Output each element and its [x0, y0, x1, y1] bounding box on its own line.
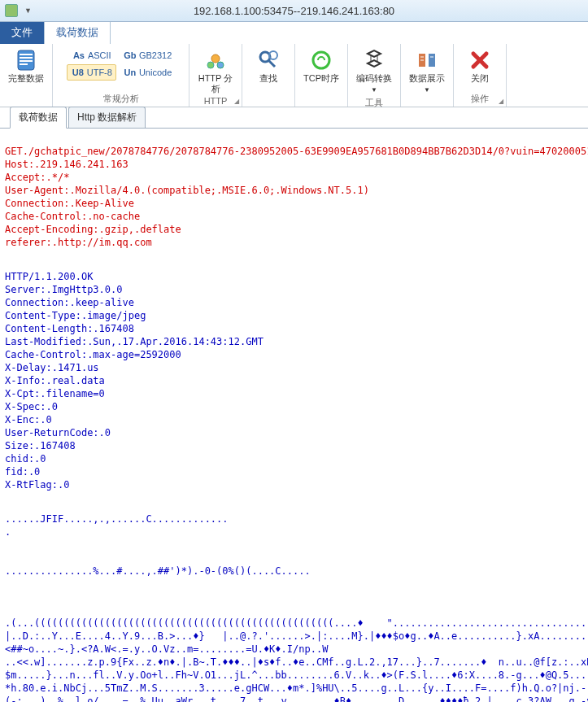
close-label: 关闭 — [471, 73, 489, 84]
response-line-4: Content-Type:.image/jpeg — [5, 310, 146, 321]
doc-tab-payload[interactable]: 载荷数据 — [10, 107, 67, 129]
ascii-label: ASCII — [88, 50, 111, 60]
body-line-12: ..<<.w].......z.p.9{Fx..z.♦n♦.|.B~.T.♦♦♦… — [5, 656, 588, 668]
utf8-button[interactable]: U8UTF-8 — [67, 64, 116, 81]
body-line-13: $m.....}...n...fl..V.y.Oo+l..Fh~V.O1...j… — [5, 669, 588, 681]
unicode-button[interactable]: UnUnicode — [120, 64, 175, 81]
dropdown-icon: ▼ — [424, 86, 430, 94]
svg-point-5 — [211, 55, 220, 63]
http-analyze-button[interactable]: HTTP 分析 — [194, 47, 237, 94]
ops-group-label: 操作 — [471, 91, 489, 107]
response-line-15: chid:.0 — [5, 453, 46, 464]
tab-payload-data[interactable]: 载荷数据 — [44, 20, 111, 44]
body-line-5: ...............%...#....,.##')*).-0-(0%(… — [5, 565, 311, 577]
svg-rect-2 — [20, 57, 33, 59]
tcp-seq-label: TCP时序 — [303, 73, 339, 84]
body-line-2: . — [5, 526, 11, 538]
doc-tab-http-parse[interactable]: Http 数据解析 — [68, 107, 146, 128]
response-line-11: X-Spec:.0 — [5, 401, 58, 412]
svg-point-11 — [313, 52, 329, 68]
find-label: 查找 — [259, 73, 277, 84]
request-line-4: User-Agent:.Mozilla/4.0.(compatible;.MSI… — [5, 185, 369, 196]
data-display-button[interactable]: 数据展示 ▼ — [406, 47, 448, 95]
response-line-9: X-Info:.real.data — [5, 375, 105, 386]
response-line-16: fid:.0 — [5, 466, 40, 477]
data-display-label: 数据展示 — [409, 73, 445, 83]
svg-rect-15 — [429, 54, 435, 67]
group-tcp: TCP时序 — [295, 44, 348, 107]
group-http: HTTP 分析 HTTP ◢ — [189, 44, 242, 107]
body-line-14: *h.80.e.i.NbCj...5TmZ..M.S.......3.....e… — [5, 682, 588, 694]
response-line-10: X-Cpt:.filename=0 — [5, 388, 105, 399]
window-title: 192.168.1.100:53475--219.146.241.163:80 — [0, 5, 588, 17]
response-line-7: Cache-Control:.max-age=2592000 — [5, 349, 181, 360]
http-group-label: HTTP — [204, 94, 228, 107]
group-ops: 关闭 操作 ◢ — [454, 44, 507, 107]
group-display: 数据展示 ▼ — [401, 44, 454, 107]
title-bar: ▼ 192.168.1.100:53475--219.146.241.163:8… — [0, 0, 588, 22]
analysis-group-label: 常规分析 — [103, 91, 139, 107]
payload-content[interactable]: GET./gchatpic_new/2078784776/2078784776-… — [0, 129, 588, 702]
ops-launcher-icon[interactable]: ◢ — [499, 98, 503, 105]
response-line-8: X-Delay:.1471.us — [5, 362, 99, 373]
group-tools: 编码转换 ▼ 工具 — [348, 44, 401, 107]
request-line-3: Accept:.*/* — [5, 172, 69, 183]
group-fulldata: 完整数据 — [0, 44, 53, 107]
body-line-15: (-:...)..%..l.o/....=..%.Uu..aWr...t....… — [5, 695, 588, 702]
ribbon: 完整数据 AsASCII U8UTF-8 GbGB2312 UnUnicode … — [0, 44, 588, 107]
body-line-1: ......JFIF.....,.,......C............. — [5, 513, 229, 525]
request-line-2: Host:.219.146.241.163 — [5, 159, 128, 170]
response-line-17: X-RtFlag:.0 — [5, 479, 69, 491]
svg-point-7 — [217, 62, 224, 68]
full-data-label: 完整数据 — [8, 73, 44, 84]
body-line-10: |..D.:..Y...E....4..Y.9...B.>...♦} |..@.… — [5, 630, 588, 642]
body-line-11: <##~o....~.}.<?A.W<.=.y..O.Vz..m=.......… — [5, 643, 328, 655]
tools-group-label: 工具 — [365, 95, 383, 111]
close-button[interactable]: 关闭 — [459, 47, 501, 84]
response-line-2: Server:.ImgHttp3.0.0 — [5, 284, 123, 295]
gb2312-label: GB2312 — [139, 50, 172, 60]
http-launcher-icon[interactable]: ◢ — [234, 98, 239, 105]
response-line-1: HTTP/1.1.200.OK — [5, 271, 93, 282]
request-line-8: referer:.http://im.qq.com — [5, 237, 152, 248]
response-line-14: Size:.167408 — [5, 440, 76, 451]
encode-convert-button[interactable]: 编码转换 ▼ — [353, 47, 395, 95]
response-line-6: Last-Modified:.Sun,.17.Apr.2016.14:43:12… — [5, 336, 264, 347]
response-line-5: Content-Length:.167408 — [5, 323, 134, 334]
request-line-5: Connection:.Keep-Alive — [5, 198, 134, 209]
http-analyze-label: HTTP 分析 — [194, 73, 237, 94]
body-line-9: .(...(((((((((((((((((((((((((((((((((((… — [5, 617, 588, 629]
menu-bar: 文件 载荷数据 — [0, 22, 588, 44]
tcp-seq-button[interactable]: TCP时序 — [300, 47, 342, 84]
utf8-label: UTF-8 — [87, 68, 112, 77]
document-tabs: 载荷数据 Http 数据解析 — [0, 107, 588, 129]
encode-convert-label: 编码转换 — [356, 73, 392, 83]
svg-point-6 — [207, 62, 214, 68]
full-data-button[interactable]: 完整数据 — [5, 47, 47, 84]
request-line-6: Cache-Control:.no-cache — [5, 211, 140, 222]
find-button[interactable]: 查找 — [247, 47, 290, 84]
request-line-7: Accept-Encoding:.gzip,.deflate — [5, 224, 181, 235]
response-line-13: User-ReturnCode:.0 — [5, 427, 111, 438]
group-analysis: AsASCII U8UTF-8 GbGB2312 UnUnicode 常规分析 — [53, 44, 189, 107]
gb2312-button[interactable]: GbGB2312 — [120, 47, 175, 63]
unicode-label: Unicode — [139, 68, 172, 77]
group-find: 查找 — [242, 44, 295, 107]
dropdown-icon: ▼ — [371, 86, 377, 94]
response-line-12: X-Enc:.0 — [5, 414, 52, 425]
request-line-1: GET./gchatpic_new/2078784776/2078784776-… — [5, 146, 588, 157]
ascii-button[interactable]: AsASCII — [68, 47, 115, 63]
response-line-3: Connection:.keep-alive — [5, 297, 134, 308]
svg-rect-4 — [20, 63, 28, 65]
tab-file[interactable]: 文件 — [0, 21, 44, 44]
svg-rect-1 — [20, 54, 33, 55]
svg-rect-3 — [20, 60, 33, 62]
svg-line-9 — [268, 60, 275, 67]
